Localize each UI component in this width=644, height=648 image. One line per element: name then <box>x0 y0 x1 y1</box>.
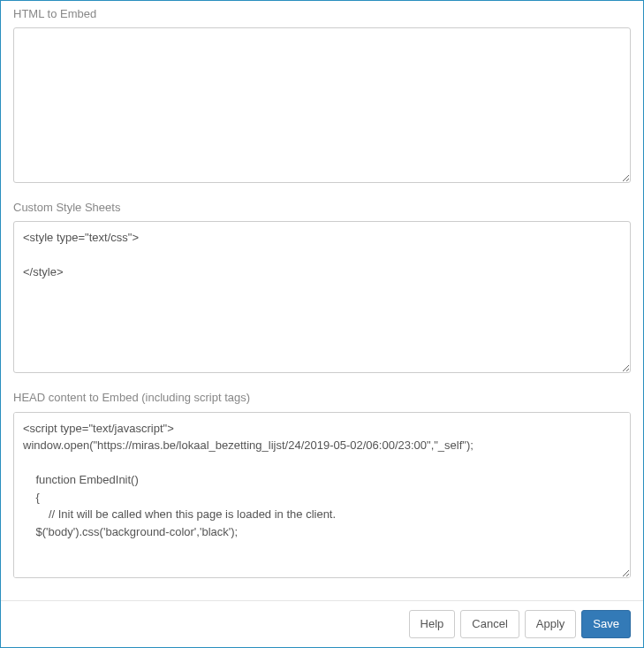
save-button[interactable]: Save <box>581 610 631 638</box>
cancel-button[interactable]: Cancel <box>460 610 519 638</box>
custom-css-group: Custom Style Sheets <box>13 200 631 376</box>
head-embed-textarea[interactable] <box>13 412 631 578</box>
embed-settings-panel: HTML to Embed Custom Style Sheets HEAD c… <box>0 0 644 648</box>
head-embed-group: HEAD content to Embed (including script … <box>13 390 631 580</box>
html-embed-group: HTML to Embed <box>13 6 631 186</box>
html-embed-textarea[interactable] <box>13 27 631 183</box>
form-content: HTML to Embed Custom Style Sheets HEAD c… <box>1 1 643 600</box>
custom-css-label: Custom Style Sheets <box>13 200 631 216</box>
dialog-footer: Help Cancel Apply Save <box>1 600 643 647</box>
head-embed-label: HEAD content to Embed (including script … <box>13 390 631 406</box>
html-embed-label: HTML to Embed <box>13 6 631 22</box>
custom-css-textarea[interactable] <box>13 221 631 373</box>
apply-button[interactable]: Apply <box>525 610 577 638</box>
help-button[interactable]: Help <box>409 610 456 638</box>
